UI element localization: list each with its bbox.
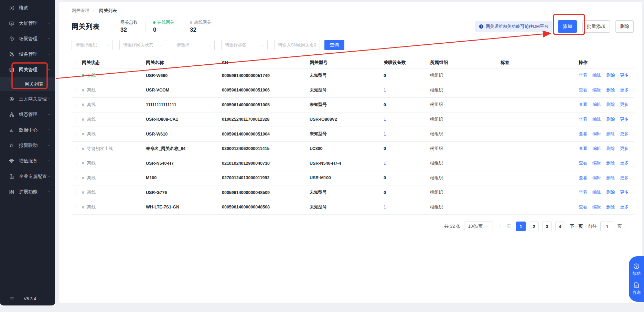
more-link[interactable]: 更多 [620, 102, 629, 108]
more-link[interactable]: 更多 [620, 204, 629, 210]
view-link[interactable]: 查看 [579, 102, 587, 108]
add-button[interactable]: 添加 [558, 20, 577, 33]
view-link[interactable]: 查看 [579, 131, 587, 137]
device-count-link[interactable]: 1 [384, 205, 430, 209]
sidebar-item-1[interactable]: 大屏管理 [0, 15, 55, 31]
batch-add-button[interactable]: 批量添加 [582, 20, 610, 33]
sidebar-item-6[interactable]: 组态管理 [0, 107, 55, 122]
sidebar-item-5[interactable]: 三方网关管理 [0, 91, 55, 107]
model-select[interactable]: 请选择 [173, 40, 215, 50]
delete-link[interactable]: 删除 [606, 131, 615, 137]
view-link[interactable]: 查看 [579, 117, 587, 122]
edit-link[interactable]: 编辑 [592, 146, 601, 152]
view-link[interactable]: 查看 [579, 146, 587, 152]
view-link[interactable]: 查看 [579, 73, 587, 78]
view-link[interactable]: 查看 [579, 87, 587, 93]
prev-page-button[interactable]: 上一页 [498, 223, 511, 229]
more-link[interactable]: 更多 [620, 73, 629, 78]
row-checkbox[interactable] [76, 117, 76, 122]
page-size-select[interactable]: 10条/页 [464, 222, 493, 231]
page-button-2[interactable]: 2 [529, 222, 539, 231]
consult-doc-icon[interactable] [633, 282, 640, 289]
delete-link[interactable]: 删除 [606, 117, 615, 122]
edit-link[interactable]: 编辑 [592, 190, 601, 195]
view-link[interactable]: 查看 [579, 204, 587, 210]
row-checkbox[interactable] [76, 175, 76, 180]
more-link[interactable]: 更多 [620, 117, 629, 122]
delete-link[interactable]: 删除 [606, 73, 615, 78]
more-link[interactable]: 更多 [620, 131, 629, 137]
row-checkbox[interactable] [76, 205, 76, 209]
more-link[interactable]: 更多 [620, 175, 629, 181]
table-row: 离线M10002700124013000011992USR-M1000根组织查看… [72, 171, 634, 186]
third-party-gateway-icon [9, 96, 14, 102]
gateway-status-select[interactable]: 请选择网关状态 [119, 40, 166, 50]
row-checkbox[interactable] [76, 132, 76, 137]
sn-search-input[interactable] [274, 40, 320, 50]
delete-link[interactable]: 删除 [606, 146, 615, 152]
edit-link[interactable]: 编辑 [592, 175, 601, 181]
sidebar-item-4[interactable]: 网关管理 [0, 62, 55, 77]
delete-link[interactable]: 删除 [606, 204, 615, 210]
breadcrumb-parent[interactable]: 网关管理 [72, 8, 89, 14]
goto-page-input[interactable] [600, 222, 614, 231]
row-actions: 查看编辑删除更多 [579, 117, 634, 122]
more-link[interactable]: 更多 [620, 190, 629, 195]
edit-link[interactable]: 编辑 [592, 160, 601, 166]
edit-link[interactable]: 编辑 [592, 73, 601, 78]
page-button-1[interactable]: 1 [516, 222, 526, 231]
tag-select[interactable]: 请选择标签 [221, 40, 268, 50]
org-select[interactable]: 请选择组织 [72, 40, 113, 50]
more-link[interactable]: 更多 [620, 160, 629, 166]
sidebar-item-10[interactable]: 企业专属配置 [0, 169, 55, 184]
row-checkbox[interactable] [76, 73, 76, 78]
sidebar-item-11[interactable]: 扩展功能 [0, 184, 55, 200]
sidebar-item-7[interactable]: 数据中心 [0, 122, 55, 138]
device-count-link[interactable]: 1 [384, 132, 430, 137]
view-link[interactable]: 查看 [579, 175, 587, 181]
device-count-link[interactable]: 1 [384, 161, 430, 166]
more-link[interactable]: 更多 [620, 146, 629, 152]
edit-link[interactable]: 编辑 [592, 87, 601, 93]
page-button-4[interactable]: 4 [555, 222, 565, 231]
chevron-down-icon [47, 190, 51, 194]
row-checkbox[interactable] [76, 88, 76, 93]
sidebar-item-8[interactable]: 报警联动 [0, 138, 55, 153]
next-page-button[interactable]: 下一页 [570, 223, 583, 229]
dm-platform-notice[interactable]: 网关运维相关功能可前往DM平台 [475, 21, 552, 32]
page-button-3[interactable]: 3 [542, 222, 552, 231]
delete-button[interactable]: 删除 [615, 20, 634, 33]
edit-link[interactable]: 编辑 [592, 131, 601, 137]
device-count-link[interactable]: 1 [384, 117, 430, 122]
sidebar-item-0[interactable]: 概览 [0, 0, 55, 15]
consult-label[interactable]: 咨询 [632, 290, 641, 295]
sidebar-item-2[interactable]: 场景管理 [0, 31, 55, 46]
search-button[interactable]: 查询 [324, 40, 344, 50]
delete-link[interactable]: 删除 [606, 175, 615, 181]
view-link[interactable]: 查看 [579, 190, 587, 195]
view-link[interactable]: 查看 [579, 160, 587, 166]
sidebar-item-9[interactable]: 增值服务 [0, 153, 55, 169]
more-link[interactable]: 更多 [620, 87, 629, 93]
edit-link[interactable]: 编辑 [592, 117, 601, 122]
gateway-name-cell: USR-W610 [146, 132, 222, 137]
edit-link[interactable]: 编辑 [592, 102, 601, 108]
row-checkbox[interactable] [76, 161, 76, 166]
sidebar-subitem-4-0[interactable]: 网关列表 [0, 77, 55, 91]
help-icon[interactable] [633, 263, 640, 270]
delete-link[interactable]: 删除 [606, 190, 615, 195]
row-checkbox[interactable] [76, 103, 76, 107]
device-count-link[interactable]: 1 [384, 88, 430, 93]
sidebar-item-label: 组态管理 [19, 111, 47, 118]
help-label[interactable]: 帮助 [632, 271, 641, 277]
delete-link[interactable]: 删除 [606, 102, 615, 108]
row-checkbox[interactable] [76, 146, 76, 151]
collapse-menu-icon[interactable] [10, 296, 15, 301]
delete-link[interactable]: 删除 [606, 87, 615, 93]
select-all-checkbox[interactable] [76, 60, 76, 65]
sidebar-item-3[interactable]: 设备管理 [0, 46, 55, 62]
delete-link[interactable]: 删除 [606, 160, 615, 166]
row-checkbox[interactable] [76, 190, 76, 195]
status-dot-icon [82, 118, 84, 121]
edit-link[interactable]: 编辑 [592, 204, 601, 210]
